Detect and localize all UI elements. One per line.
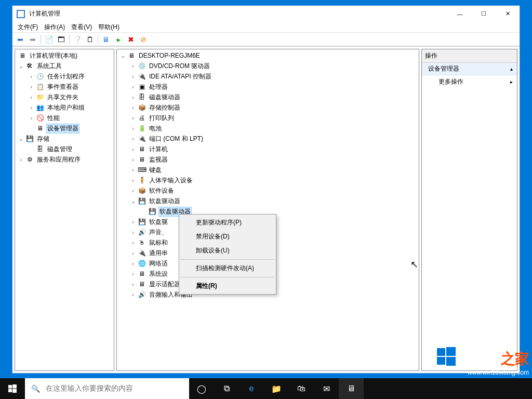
collapse-icon[interactable]: ⌄ — [17, 136, 24, 142]
expand-icon[interactable]: › — [28, 84, 35, 90]
menubar: 文件(F) 操作(A) 查看(V) 帮助(H) — [12, 22, 520, 32]
device-ports[interactable]: ›🔌端口 (COM 和 LPT) — [117, 134, 419, 144]
device-monitor[interactable]: ›🖥监视器 — [117, 154, 419, 165]
device-keyboard[interactable]: ›⌨键盘 — [117, 165, 419, 175]
expand-icon[interactable]: › — [28, 73, 35, 79]
tree-storage[interactable]: ⌄💾存储 — [15, 134, 114, 144]
maximize-button[interactable]: ☐ — [472, 6, 496, 22]
properties-button[interactable]: 🗒 — [84, 34, 96, 45]
monitor-button[interactable]: 🖥 — [100, 34, 112, 45]
menu-file[interactable]: 文件(F) — [15, 22, 41, 33]
left-tree-pane[interactable]: 🖥计算机管理(本地) ⌄🛠系统工具 ›🕒任务计划程序 ›📋事件查看器 ›📁共享文… — [15, 49, 114, 371]
expand-icon[interactable]: › — [129, 219, 137, 225]
tree-performance[interactable]: ›🚫性能 — [15, 113, 114, 123]
expand-icon[interactable]: › — [129, 188, 137, 194]
cortana-button[interactable]: ◯ — [189, 378, 214, 399]
expand-icon[interactable]: › — [129, 240, 137, 246]
tree-disk-mgmt[interactable]: 🗄磁盘管理 — [15, 144, 114, 154]
expand-icon[interactable]: › — [129, 125, 137, 131]
tree-root[interactable]: 🖥计算机管理(本地) — [15, 50, 114, 61]
tree-shared-folders[interactable]: ›📁共享文件夹 — [15, 92, 114, 102]
expand-icon[interactable]: › — [129, 156, 137, 163]
device-software[interactable]: ›📦软件设备 — [117, 185, 419, 196]
titlebar[interactable]: 计算机管理 — ☐ ✕ — [12, 6, 520, 22]
up-button[interactable]: 📄 — [43, 34, 55, 45]
forward-button[interactable]: ➡ — [27, 34, 38, 45]
menu-view[interactable]: 查看(V) — [68, 22, 95, 33]
expand-icon[interactable]: › — [129, 177, 137, 183]
ctx-scan-hardware[interactable]: 扫描检测硬件改动(A) — [180, 261, 275, 275]
close-button[interactable]: ✕ — [496, 6, 520, 22]
computer-mgmt-task-button[interactable]: 🖥 — [339, 378, 364, 399]
edge-button[interactable]: e — [239, 378, 264, 399]
show-hide-button[interactable]: 🗔 — [56, 34, 67, 45]
collapse-icon[interactable]: ⌄ — [17, 63, 24, 70]
collapse-icon[interactable]: ⌄ — [119, 52, 126, 59]
expand-icon[interactable]: › — [129, 94, 137, 100]
device-cpu[interactable]: ›▣处理器 — [117, 82, 419, 92]
storage-icon: 💾 — [25, 135, 34, 143]
expand-icon[interactable]: › — [129, 136, 137, 142]
device-computer[interactable]: ›🖥计算机 — [117, 144, 419, 154]
device-floppy-drives[interactable]: ⌄💾软盘驱动器 — [117, 196, 419, 206]
device-disk-drives[interactable]: ›🗄磁盘驱动器 — [117, 92, 419, 102]
device-host[interactable]: ⌄🖥DESKTOP-REGJM6E — [117, 50, 419, 61]
device-tree-pane[interactable]: ⌄🖥DESKTOP-REGJM6E ›💿DVD/CD-ROM 驱动器 ›🔌IDE… — [116, 49, 419, 371]
expand-icon[interactable]: › — [129, 271, 137, 277]
storage-ctrl-icon: 📦 — [138, 103, 146, 112]
explorer-button[interactable]: 📁 — [264, 378, 289, 399]
expand-icon[interactable]: › — [129, 229, 137, 235]
menu-help[interactable]: 帮助(H) — [95, 22, 123, 33]
mail-button[interactable]: ✉ — [314, 378, 339, 399]
device-battery[interactable]: ›🔋电池 — [117, 123, 419, 134]
tree-services-apps[interactable]: ›⚙服务和应用程序 — [15, 154, 114, 165]
start-button[interactable] — [0, 378, 25, 399]
menu-action[interactable]: 操作(A) — [41, 22, 68, 33]
tree-scheduler[interactable]: ›🕒任务计划程序 — [15, 71, 114, 82]
expand-icon[interactable]: › — [129, 104, 137, 111]
expand-icon[interactable]: › — [129, 291, 137, 298]
device-hid[interactable]: ›🧍人体学输入设备 — [117, 175, 419, 185]
expand-icon[interactable]: › — [129, 73, 137, 79]
ctx-uninstall-device[interactable]: 卸载设备(U) — [180, 244, 275, 258]
enable-button[interactable]: ▸ — [113, 34, 124, 45]
actions-section[interactable]: 设备管理器▴ — [422, 63, 517, 75]
expand-icon[interactable]: › — [129, 260, 137, 267]
expand-icon[interactable]: › — [28, 115, 35, 121]
disable-button[interactable]: ✖ — [125, 34, 137, 45]
expand-icon[interactable]: › — [28, 94, 35, 100]
device-print-queue[interactable]: ›🖨打印队列 — [117, 113, 419, 123]
expand-icon[interactable]: › — [129, 63, 137, 69]
tree-system-tools[interactable]: ⌄🛠系统工具 — [15, 61, 114, 71]
tree-local-users[interactable]: ›👥本地用户和组 — [15, 102, 114, 113]
ctx-properties[interactable]: 属性(R) — [180, 279, 275, 293]
tree-event-viewer[interactable]: ›📋事件查看器 — [15, 82, 114, 92]
device-storage-ctrl[interactable]: ›📦存储控制器 — [117, 102, 419, 113]
actions-more[interactable]: 更多操作▸ — [422, 75, 517, 88]
expand-icon[interactable]: › — [17, 156, 24, 163]
store-button[interactable]: 🛍 — [289, 378, 314, 399]
floppy-icon: 💾 — [138, 197, 146, 205]
expand-icon[interactable]: › — [129, 146, 137, 152]
taskbar-search[interactable]: 🔍 在这里输入你要搜索的内容 — [25, 378, 189, 399]
expand-icon[interactable]: › — [129, 84, 137, 90]
minimize-button[interactable]: — — [448, 6, 472, 22]
expand-icon[interactable]: › — [129, 115, 137, 121]
taskbar[interactable]: 🔍 在这里输入你要搜索的内容 ◯ ⧉ e 📁 🛍 ✉ 🖥 — [0, 378, 532, 399]
expand-icon[interactable]: › — [129, 250, 137, 256]
expand-icon[interactable]: › — [129, 167, 137, 173]
ctx-update-driver[interactable]: 更新驱动程序(P) — [180, 216, 275, 230]
collapse-arrow-icon[interactable]: ▴ — [510, 66, 513, 72]
dvd-icon: 💿 — [138, 62, 146, 70]
device-ide[interactable]: ›🔌IDE ATA/ATAPI 控制器 — [117, 71, 419, 82]
help-button[interactable]: ❔ — [72, 34, 83, 45]
ctx-disable-device[interactable]: 禁用设备(D) — [180, 230, 275, 244]
task-view-button[interactable]: ⧉ — [214, 378, 239, 399]
expand-icon[interactable]: › — [129, 281, 137, 287]
expand-icon[interactable]: › — [28, 104, 35, 111]
collapse-icon[interactable]: ⌄ — [129, 198, 137, 205]
back-button[interactable]: ⬅ — [15, 34, 26, 45]
device-dvd[interactable]: ›💿DVD/CD-ROM 驱动器 — [117, 61, 419, 71]
uninstall-button[interactable]: ⊘ — [138, 34, 149, 45]
tree-device-manager[interactable]: 🖥设备管理器 — [15, 123, 114, 134]
